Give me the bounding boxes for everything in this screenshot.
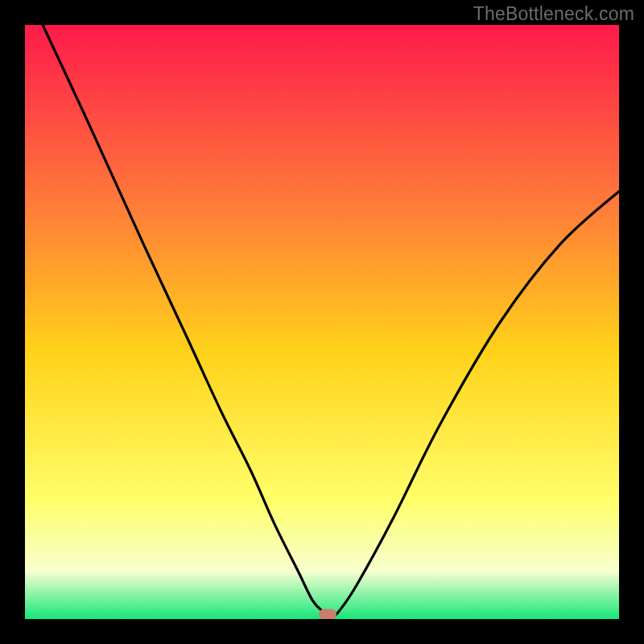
- bottleneck-curve: [25, 25, 619, 619]
- chart-stage: TheBottleneck.com: [0, 0, 644, 644]
- optimal-marker: [319, 609, 336, 619]
- plot-area: [25, 25, 619, 619]
- watermark-text: TheBottleneck.com: [473, 3, 634, 25]
